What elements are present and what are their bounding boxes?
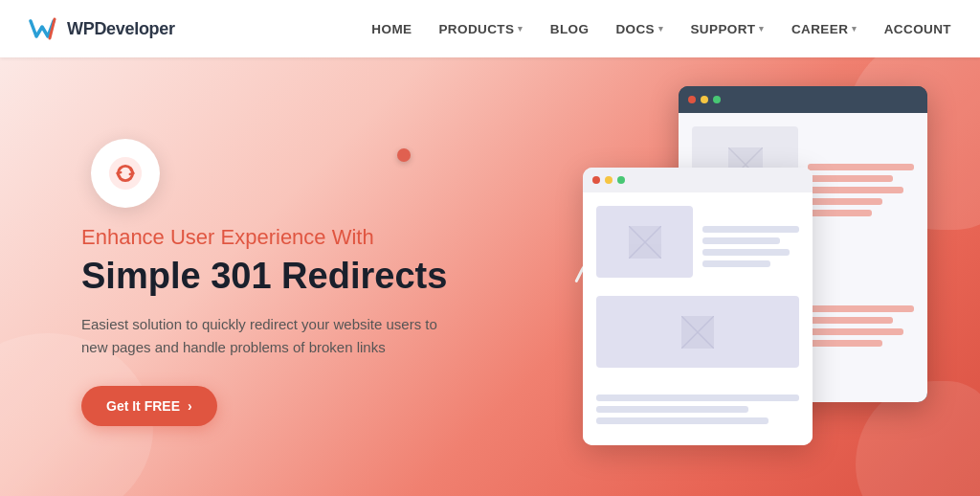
hero-description: Easiest solution to quickly redirect you… bbox=[81, 313, 445, 359]
mock-line bbox=[702, 249, 790, 256]
mock-line bbox=[596, 395, 799, 401]
mock-line bbox=[596, 406, 748, 413]
cta-label: Get It FREE bbox=[106, 398, 180, 414]
mock-line bbox=[596, 417, 768, 424]
browser-dot-yellow bbox=[701, 96, 708, 103]
cta-arrow-icon: › bbox=[188, 398, 192, 414]
mock-lines-4 bbox=[596, 386, 799, 432]
browser-dot-red bbox=[688, 96, 696, 103]
cta-button[interactable]: Get It FREE › bbox=[81, 386, 217, 426]
mock-line bbox=[702, 237, 780, 244]
nav-home[interactable]: HOME bbox=[371, 22, 412, 36]
nav-products[interactable]: PRODUCTS ▾ bbox=[438, 22, 523, 36]
mock-image-4 bbox=[596, 296, 799, 368]
logo[interactable]: WPDeveloper bbox=[29, 13, 175, 44]
placeholder-image-icon bbox=[681, 316, 714, 349]
mock-line bbox=[702, 226, 799, 233]
mock-lines-2 bbox=[808, 262, 914, 389]
logo-text: WPDeveloper bbox=[67, 19, 175, 39]
nav-docs[interactable]: DOCS ▾ bbox=[615, 22, 663, 36]
browser-dot-red-2 bbox=[592, 176, 600, 184]
products-chevron-icon: ▾ bbox=[518, 24, 523, 34]
mock-line bbox=[808, 210, 872, 216]
decorative-dot bbox=[397, 148, 411, 162]
browser-dot-green bbox=[713, 96, 721, 103]
mock-image-3 bbox=[596, 206, 693, 278]
redirect-icon bbox=[107, 155, 144, 192]
hero-content: Enhance User Experience With Simple 301 … bbox=[81, 225, 447, 426]
nav-blog[interactable]: BLOG bbox=[550, 22, 590, 36]
header: WPDeveloper HOME PRODUCTS ▾ BLOG DOCS ▾ … bbox=[0, 0, 980, 57]
mock-line bbox=[808, 175, 893, 182]
docs-chevron-icon: ▾ bbox=[658, 24, 663, 34]
mock-lines-1 bbox=[808, 126, 914, 253]
svg-point-2 bbox=[109, 157, 142, 190]
career-chevron-icon: ▾ bbox=[852, 24, 857, 34]
mock-line bbox=[702, 260, 770, 267]
nav-career[interactable]: CAREER ▾ bbox=[791, 22, 858, 36]
hero-section: Enhance User Experience With Simple 301 … bbox=[0, 57, 980, 496]
main-nav: HOME PRODUCTS ▾ BLOG DOCS ▾ SUPPORT ▾ CA… bbox=[371, 22, 951, 36]
mock-line bbox=[808, 187, 903, 193]
hero-subtitle: Enhance User Experience With bbox=[81, 225, 447, 250]
browser-bar-dark bbox=[679, 86, 927, 113]
browser-dot-green-2 bbox=[617, 176, 625, 184]
mock-line bbox=[808, 340, 882, 347]
mock-line bbox=[808, 305, 914, 312]
placeholder-image-icon bbox=[629, 226, 661, 259]
mock-line bbox=[808, 164, 914, 170]
browser-body-light bbox=[583, 192, 813, 445]
nav-account[interactable]: ACCOUNT bbox=[884, 22, 951, 36]
browser-dot-yellow-2 bbox=[605, 176, 612, 184]
nav-support[interactable]: SUPPORT ▾ bbox=[690, 22, 764, 36]
mock-line bbox=[808, 328, 903, 335]
hero-title: Simple 301 Redirects bbox=[81, 256, 447, 298]
mock-lines-3 bbox=[702, 206, 799, 286]
browser-bar-light bbox=[583, 168, 813, 192]
support-chevron-icon: ▾ bbox=[759, 24, 764, 34]
browser-mockup-front bbox=[583, 168, 813, 445]
mock-line bbox=[808, 317, 893, 324]
mock-line bbox=[808, 198, 882, 205]
logo-icon bbox=[29, 13, 59, 44]
redirect-icon-circle bbox=[91, 139, 160, 208]
